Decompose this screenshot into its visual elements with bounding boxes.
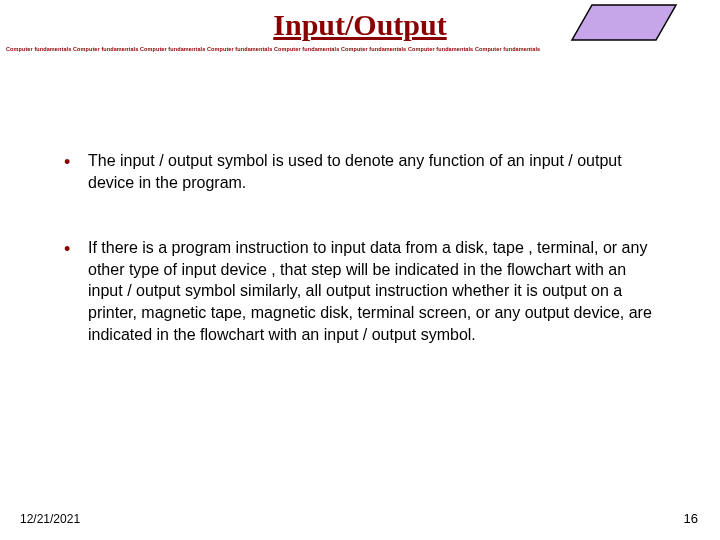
footer-date: 12/21/2021 bbox=[20, 512, 80, 526]
body-content: The input / output symbol is used to den… bbox=[60, 150, 660, 389]
parallelogram-shape bbox=[572, 5, 676, 40]
slide-title: Input/Output bbox=[273, 8, 446, 42]
list-item: The input / output symbol is used to den… bbox=[60, 150, 660, 193]
bullet-list: The input / output symbol is used to den… bbox=[60, 150, 660, 345]
slide: Input/Output Computer fundamentals Compu… bbox=[0, 0, 720, 540]
footer-page-number: 16 bbox=[684, 511, 698, 526]
list-item: If there is a program instruction to inp… bbox=[60, 237, 660, 345]
repeated-subtitle: Computer fundamentals Computer fundament… bbox=[6, 46, 714, 52]
parallelogram-icon bbox=[570, 2, 680, 44]
